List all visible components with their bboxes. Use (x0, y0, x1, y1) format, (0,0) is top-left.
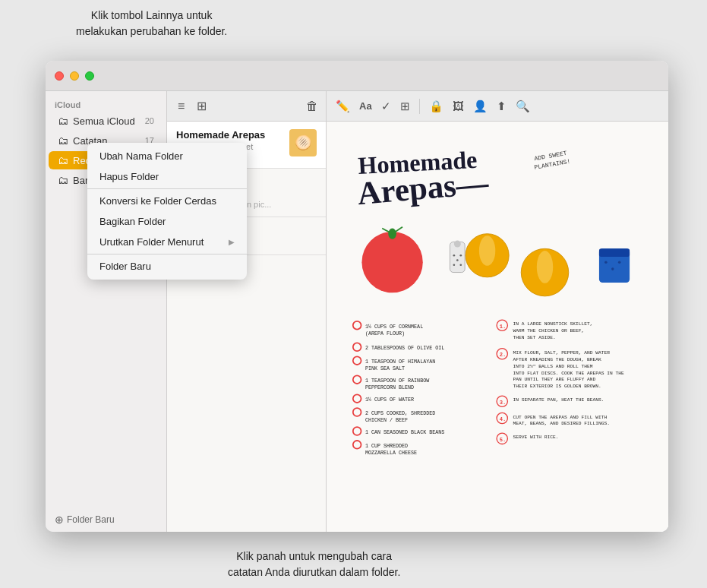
svg-text:MOZZARELLA CHEESE: MOZZARELLA CHEESE (365, 450, 417, 456)
note-thumbnail: 🫓 (289, 129, 317, 156)
compose-icon[interactable]: ✏️ (336, 100, 350, 113)
grid-view-icon[interactable]: ⊞ (194, 97, 210, 115)
checklist-icon[interactable]: ✓ (381, 100, 391, 113)
list-view-icon[interactable]: ≡ (175, 98, 188, 115)
close-button[interactable] (55, 71, 64, 81)
svg-text:3.: 3. (500, 400, 507, 406)
svg-point-13 (453, 264, 456, 266)
note-title: Homemade Arepas (176, 129, 283, 141)
svg-text:2 TABLESPOONS OF OLIVE OIL: 2 TABLESPOONS OF OLIVE OIL (365, 345, 444, 351)
svg-text:1 CAN SEASONED BLACK BEANS: 1 CAN SEASONED BLACK BEANS (365, 429, 444, 435)
svg-point-40 (353, 427, 361, 435)
svg-text:CUT OPEN THE AREPAS AND FILL W: CUT OPEN THE AREPAS AND FILL WITH (513, 415, 608, 420)
editor-toolbar: ✏️ Aa ✓ ⊞ 🔒 🖼 👤 ⬆ 🔍 (327, 91, 668, 122)
svg-text:MIX FLOUR, SALT, PEPPER, AND W: MIX FLOUR, SALT, PEPPER, AND WATER (513, 350, 611, 356)
svg-point-12 (456, 259, 459, 261)
folder-icon: 🗂 (58, 134, 68, 147)
svg-text:IN SEPARATE PAN, HEAT THE BEAN: IN SEPARATE PAN, HEAT THE BEANS. (513, 397, 604, 403)
maximize-button[interactable] (85, 71, 94, 81)
annotation-bottom: Klik panah untuk mengubah cara catatan A… (228, 548, 400, 580)
svg-point-22 (611, 267, 614, 270)
svg-text:IN A LARGE NONSTICK SKILLET,: IN A LARGE NONSTICK SKILLET, (513, 321, 593, 327)
svg-point-14 (459, 264, 462, 266)
svg-point-42 (353, 441, 361, 449)
svg-text:2.: 2. (500, 352, 507, 358)
svg-rect-20 (599, 248, 630, 257)
delete-icon[interactable]: 🗑 (306, 100, 318, 113)
svg-text:2 CUPS COOKED, SHREDDED: 2 CUPS COOKED, SHREDDED (365, 410, 435, 416)
svg-point-24 (353, 321, 361, 330)
context-menu-separator (87, 188, 247, 189)
media-icon[interactable]: 🖼 (453, 100, 464, 112)
svg-text:PINK SEA SALT: PINK SEA SALT (365, 365, 405, 371)
search-icon[interactable]: 🔍 (516, 100, 530, 113)
svg-point-29 (353, 356, 361, 365)
svg-text:WARM THE CHICKEN OR BEEF,: WARM THE CHICKEN OR BEEF, (513, 328, 585, 334)
svg-point-37 (353, 408, 361, 416)
context-menu-item-sort[interactable]: Urutkan Folder Menurut ▶ (87, 232, 247, 252)
svg-text:THEN SET ASIDE.: THEN SET ASIDE. (513, 335, 556, 340)
context-menu-item-delete[interactable]: Hapus Folder (87, 166, 247, 187)
context-menu-separator-2 (87, 254, 247, 254)
context-menu-item-new-folder[interactable]: Folder Baru (87, 256, 247, 277)
context-menu-item-convert[interactable]: Konversi ke Folder Cerdas (87, 191, 247, 211)
table-icon[interactable]: ⊞ (400, 100, 410, 113)
note-editor: ✏️ Aa ✓ ⊞ 🔒 🖼 👤 ⬆ 🔍 Homemade Arepas— (327, 91, 668, 532)
plus-icon: ⊕ (55, 514, 64, 526)
svg-text:SERVE WITH RICE.: SERVE WITH RICE. (513, 435, 559, 440)
svg-text:(AREPA FLOUR): (AREPA FLOUR) (365, 330, 405, 337)
share-icon[interactable]: ⬆ (497, 100, 507, 113)
svg-text:INTO 2½" BALLS AND ROLL THEM: INTO 2½" BALLS AND ROLL THEM (513, 364, 593, 369)
svg-point-9 (454, 241, 461, 248)
notes-toolbar: ≡ ⊞ 🗑 (167, 91, 326, 122)
lock-icon[interactable]: 🔒 (429, 100, 443, 113)
svg-text:PAN UNTIL THEY ARE FLUFFY AND: PAN UNTIL THEY ARE FLUFFY AND (513, 377, 596, 382)
annotation-top: Klik tombol Lainnya untuk melakukan peru… (76, 8, 227, 40)
folder-icon: 🗂 (58, 154, 68, 166)
new-folder-footer[interactable]: ⊕ Folder Baru (46, 507, 166, 532)
sidebar-section-label: iCloud (46, 97, 166, 111)
folder-icon: 🗂 (58, 115, 68, 127)
svg-point-23 (618, 261, 621, 264)
svg-point-35 (353, 394, 361, 403)
svg-text:1 TEASPOON OF HIMALAYAN: 1 TEASPOON OF HIMALAYAN (365, 359, 435, 365)
svg-text:1½ CUPS OF WATER: 1½ CUPS OF WATER (365, 397, 414, 403)
title-bar (46, 61, 668, 91)
svg-text:1.: 1. (500, 324, 507, 330)
svg-point-16 (479, 236, 495, 265)
minimize-button[interactable] (70, 71, 79, 81)
svg-text:1½ CUPS OF CORNMEAL: 1½ CUPS OF CORNMEAL (365, 324, 423, 330)
svg-point-10 (453, 254, 456, 257)
svg-text:MEAT, BEANS, AND DESIRED FILLI: MEAT, BEANS, AND DESIRED FILLINGS. (513, 421, 611, 426)
context-menu-item-share[interactable]: Bagikan Folder (87, 211, 247, 232)
editor-content: Homemade Arepas— ADD SWEET PLANTAINS! (327, 122, 668, 532)
font-icon[interactable]: Aa (359, 100, 372, 112)
svg-point-4 (361, 232, 422, 292)
context-menu: Ubah Nama Folder Hapus Folder Konversi k… (87, 143, 247, 280)
new-folder-label: Folder Baru (67, 514, 115, 525)
app-window: iCloud 🗂 Semua iCloud 20 🗂 Catatan 17 🗂 … (46, 61, 668, 532)
sidebar-item-semua-icloud[interactable]: 🗂 Semua iCloud 20 (49, 112, 163, 130)
note-handwritten: Homemade Arepas— ADD SWEET PLANTAINS! (327, 122, 668, 532)
sidebar-item-label: Semua iCloud (73, 115, 135, 127)
svg-text:PEPPERCORN BLEND: PEPPERCORN BLEND (365, 384, 414, 390)
svg-point-27 (353, 343, 361, 351)
svg-text:1 TEASPOON OF RAINBOW: 1 TEASPOON OF RAINBOW (365, 378, 430, 384)
collab-icon[interactable]: 👤 (473, 100, 488, 113)
svg-text:THEIR EXTERIOR IS GOLDEN BROWN: THEIR EXTERIOR IS GOLDEN BROWN. (513, 384, 601, 389)
svg-point-11 (459, 254, 462, 257)
svg-text:1 CUP SHREDDED: 1 CUP SHREDDED (365, 443, 408, 449)
folder-icon: 🗂 (58, 174, 68, 186)
svg-text:INTO FLAT DISCS. COOK THE AREP: INTO FLAT DISCS. COOK THE AREPAS IN THE (513, 371, 625, 376)
svg-text:5.: 5. (500, 437, 507, 443)
sidebar-count: 20 (145, 116, 154, 125)
toolbar-sep (419, 99, 420, 114)
svg-text:4.: 4. (500, 416, 507, 422)
submenu-arrow-icon: ▶ (229, 238, 235, 246)
svg-text:AFTER KNEADING THE DOUGH, BREA: AFTER KNEADING THE DOUGH, BREAK (513, 357, 602, 362)
svg-text:CHICKEN / BEEF: CHICKEN / BEEF (365, 417, 408, 423)
svg-point-32 (353, 375, 361, 384)
svg-point-18 (537, 251, 553, 283)
svg-point-21 (604, 261, 608, 264)
context-menu-item-rename[interactable]: Ubah Nama Folder (87, 146, 247, 166)
